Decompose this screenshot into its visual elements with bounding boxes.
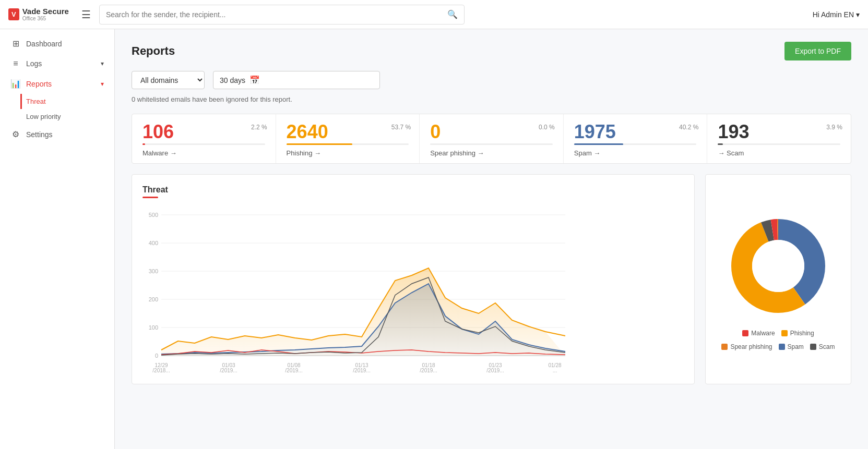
threat-label: Threat [26,98,46,105]
svg-text:100: 100 [149,324,158,331]
chart-title-underline [142,197,158,198]
donut-chart-card: Malware Phishing Spear phishing Spa [705,174,851,384]
stat-label-phishing: Phishing → [287,149,409,157]
legend-label-spam: Spam [788,343,804,350]
logo-icon: V [8,8,19,20]
svg-text:300: 300 [149,268,158,274]
sidebar-item-label: Reports [26,80,52,88]
stat-value-scam: 193 [718,123,840,141]
date-range-value: 30 days [220,76,245,84]
stat-bar-fill-malware [142,143,145,145]
svg-text:0: 0 [155,353,158,359]
sidebar: ⊞ Dashboard ≡ Logs ▾ 📊 Reports ▾ Threat … [0,29,115,449]
stat-label-malware: Malware → [142,149,265,157]
page-title: Reports [132,44,175,58]
legend-label-scam: Scam [819,343,835,350]
svg-text:/2018...: /2018... [152,368,170,373]
stat-bar-spear-phishing [430,143,553,145]
dashboard-icon: ⊞ [10,39,21,48]
logo-subtitle: Office 365 [22,16,69,21]
logo-title: Vade Secure [22,7,69,16]
user-dropdown-icon[interactable]: ▾ [856,10,860,19]
svg-text:400: 400 [149,240,158,246]
stat-bar-phishing [287,143,409,145]
stat-bar-spam [574,143,697,145]
donut-container [726,214,830,318]
sidebar-item-settings[interactable]: ⚙ Settings [0,124,114,144]
sidebar-sub-item-threat[interactable]: Threat [20,94,114,109]
stat-item-spam[interactable]: 40.2 %1975Spam → [564,114,708,163]
donut-legend: Malware Phishing Spear phishing Spa [716,330,840,350]
logs-arrow: ▾ [101,60,104,67]
legend-dot-scam [810,344,816,350]
export-pdf-button[interactable]: Export to PDF [784,42,851,60]
page-header: Reports Export to PDF [132,42,851,60]
stat-bar-fill-spam [574,143,623,145]
legend-dot-phishing [781,330,788,336]
svg-point-34 [752,240,804,292]
content-area: Reports Export to PDF All domains 30 day… [115,29,868,449]
chart-title: Threat [142,185,684,195]
date-filter[interactable]: 30 days 📅 [213,71,380,89]
legend-malware: Malware [742,330,775,337]
sidebar-reports-sub: Threat Low priority [0,94,114,124]
stat-label-spam: Spam → [574,149,697,157]
stat-value-phishing: 2640 [287,123,409,141]
stat-value-spear-phishing: 0 [430,123,553,141]
legend-label-spear: Spear phishing [730,343,772,350]
settings-icon: ⚙ [10,129,21,139]
search-input[interactable] [106,10,447,19]
legend-label-phishing: Phishing [790,330,814,337]
search-bar: 🔍 [99,5,465,25]
sidebar-item-logs[interactable]: ≡ Logs ▾ [0,54,114,74]
legend-label-malware: Malware [751,330,775,337]
filters-row: All domains 30 days 📅 [132,71,851,89]
legend-spam: Spam [779,343,804,350]
sidebar-item-label: Dashboard [26,40,62,48]
legend-dot-spear [721,344,728,350]
low-priority-label: Low priority [26,113,61,120]
stat-label-scam: → Scam [718,149,840,157]
stat-item-phishing[interactable]: 53.7 %2640Phishing → [276,114,420,163]
line-chart-card: Threat 500 400 300 200 100 0 [132,174,695,384]
stat-pct-spear-phishing: 0.0 % [539,124,555,131]
app-wrapper: V Vade Secure Office 365 ☰ 🔍 Hi Admin EN… [0,0,868,449]
stat-pct-phishing: 53.7 % [391,124,411,131]
logo: V Vade Secure Office 365 [8,7,69,22]
stat-pct-scam: 3.9 % [826,124,842,131]
stat-bar-scam [718,143,840,145]
svg-text:500: 500 [149,212,158,218]
stat-item-spear-phishing[interactable]: 0.0 %0Spear phishing → [420,114,564,163]
line-chart-svg: 500 400 300 200 100 0 [142,207,570,373]
calendar-icon: 📅 [249,75,260,85]
whitelist-note: 0 whitelisted emails have been ignored f… [132,95,851,103]
user-info: Hi Admin EN ▾ [813,10,860,19]
logs-icon: ≡ [10,59,21,68]
domain-filter[interactable]: All domains [132,71,205,89]
svg-text:/2019...: /2019... [486,368,504,373]
hamburger-button[interactable]: ☰ [81,8,91,21]
sidebar-sub-item-low-priority[interactable]: Low priority [26,109,114,124]
stat-value-spam: 1975 [574,123,697,141]
stat-pct-malware: 2.2 % [251,124,267,131]
user-greeting: Hi Admin EN [813,10,854,19]
stat-pct-spam: 40.2 % [679,124,698,131]
reports-arrow: ▾ [101,80,104,88]
reports-icon: 📊 [10,79,21,89]
stat-bar-fill-phishing [287,143,352,145]
stat-item-malware[interactable]: 2.2 %106Malware → [132,114,276,163]
sidebar-item-reports[interactable]: 📊 Reports ▾ [0,74,114,94]
svg-text:200: 200 [149,296,158,302]
stat-bar-malware [142,143,265,145]
stat-item-scam[interactable]: 3.9 %193→ Scam [707,114,851,163]
svg-text:/2019...: /2019... [285,368,302,373]
stat-value-malware: 106 [142,123,265,141]
legend-spear: Spear phishing [721,343,772,350]
search-icon: 🔍 [447,9,458,19]
legend-dot-malware [742,330,748,336]
main-area: ⊞ Dashboard ≡ Logs ▾ 📊 Reports ▾ Threat … [0,29,868,449]
sidebar-item-dashboard[interactable]: ⊞ Dashboard [0,33,114,54]
legend-scam: Scam [810,343,835,350]
svg-text:...: ... [553,368,557,373]
sidebar-item-label: Logs [26,59,42,68]
